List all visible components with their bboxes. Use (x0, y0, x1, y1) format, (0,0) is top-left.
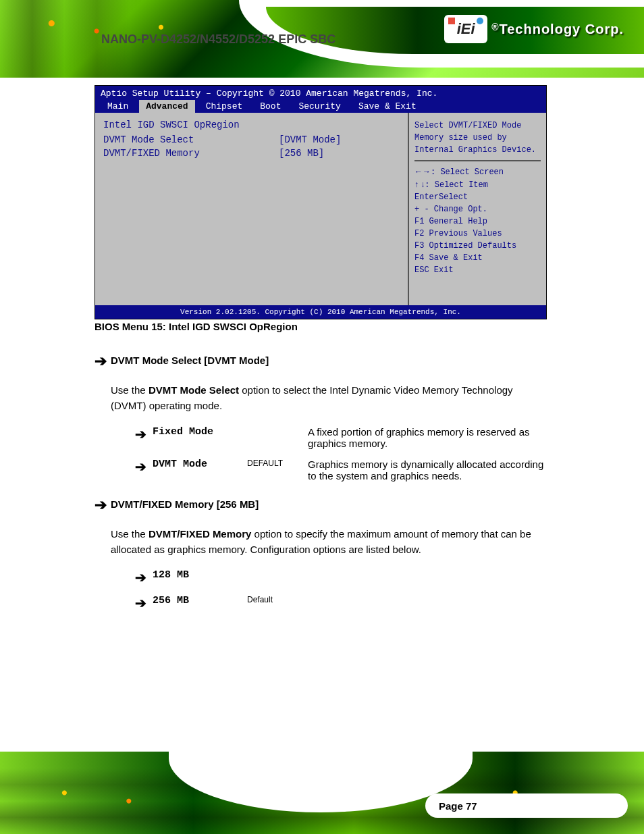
arrow-left-right-icon: ←→ (414, 167, 431, 176)
option-heading: DVMT Mode Select [DVMT Mode] (111, 353, 269, 368)
bios-setting-value: [256 MB] (279, 148, 324, 159)
arrow-up-down-icon: ↑ ↓ (414, 180, 425, 189)
bullet-arrow-icon: ➔ (135, 426, 153, 442)
legend-text: : Select Item (425, 180, 488, 190)
legend-text: F1 General Help (414, 215, 541, 228)
logo-icon: iEi (444, 15, 487, 43)
bios-setting-row[interactable]: DVMT/FIXED Memory [256 MB] (103, 148, 400, 159)
bios-section-title: Intel IGD SWSCI OpRegion (103, 120, 400, 130)
bullet-arrow-icon: ➔ (95, 496, 111, 514)
bullet-arrow-icon: ➔ (135, 595, 153, 611)
option-value-desc: Graphics memory is dynamically allocated… (308, 459, 547, 481)
legend-text: F2 Previous Values (414, 228, 541, 240)
bios-tabs: Main Advanced Chipset Boot Security Save… (101, 100, 541, 113)
logo-text: iEi (457, 20, 475, 38)
option-default-flag: Default (247, 595, 308, 604)
bios-setting-label: DVMT Mode Select (103, 134, 279, 145)
option-value-label: 256 MB (153, 595, 247, 606)
bios-tab-advanced[interactable]: Advanced (139, 100, 194, 113)
option-value-row: ➔ 128 MB (135, 569, 547, 585)
bios-title: Aptio Setup Utility – Copyright © 2010 A… (101, 88, 541, 99)
brand-area: iEi ®Technology Corp. (444, 15, 624, 43)
option-value-desc: A fixed portion of graphics memory is re… (308, 426, 547, 449)
figure-caption: BIOS Menu 15: Intel IGD SWSCI OpRegion (95, 321, 547, 332)
bios-setting-row[interactable]: DVMT Mode Select [DVMT Mode] (103, 134, 400, 145)
legend-text: F3 Optimized Defaults (414, 240, 541, 252)
bottom-pcb-banner: Page 77 (0, 752, 644, 834)
option-value-row: ➔ DVMT Mode DEFAULT Graphics memory is d… (135, 459, 547, 481)
bullet-arrow-icon: ➔ (135, 459, 153, 475)
bios-tab-save-exit[interactable]: Save & Exit (352, 100, 423, 113)
product-name: NANO-PV-D4252/N4552/D5252 EPIC SBC (101, 32, 336, 47)
bios-screenshot: Aptio Setup Utility – Copyright © 2010 A… (95, 85, 547, 319)
page-number: Page 77 (425, 793, 628, 818)
legend-text: + - Change Opt. (414, 203, 541, 215)
bios-tab-security[interactable]: Security (292, 100, 347, 113)
legend-text: : Select Screen (431, 167, 504, 177)
bios-help-panel: Select DVMT/FIXED Mode Memory size used … (408, 113, 546, 305)
bios-setting-value: [DVMT Mode] (279, 134, 341, 145)
bios-setting-label: DVMT/FIXED Memory (103, 148, 279, 159)
bios-footer: Version 2.02.1205. Copyright (C) 2010 Am… (95, 305, 546, 319)
option-value-label: DVMT Mode (153, 459, 247, 470)
bios-tab-main[interactable]: Main (101, 100, 135, 113)
option-description: Use the DVMT/FIXED Memory option to spec… (111, 526, 547, 558)
bullet-arrow-icon: ➔ (135, 569, 153, 585)
option-description: Use the DVMT Mode Select option to selec… (111, 382, 547, 414)
option-value-row: ➔ Fixed Mode A fixed portion of graphics… (135, 426, 547, 449)
top-pcb-banner: iEi ®Technology Corp. NANO-PV-D4252/N455… (0, 0, 644, 78)
option-value-label: 128 MB (153, 569, 247, 581)
legend-text: ESC Exit (414, 264, 541, 276)
bios-help-text: Select DVMT/FIXED Mode Memory size used … (414, 120, 541, 156)
bullet-arrow-icon: ➔ (95, 353, 111, 370)
legend-text: F4 Save & Exit (414, 252, 541, 264)
option-heading: DVMT/FIXED Memory [256 MB] (111, 496, 259, 512)
brand-label: ®Technology Corp. (491, 22, 624, 37)
option-value-label: Fixed Mode (153, 426, 247, 438)
bios-tab-chipset[interactable]: Chipset (199, 100, 250, 113)
option-value-row: ➔ 256 MB Default (135, 595, 547, 611)
option-default-flag: DEFAULT (247, 459, 308, 468)
legend-text: EnterSelect (414, 191, 541, 203)
bios-titlebar: Aptio Setup Utility – Copyright © 2010 A… (95, 86, 546, 113)
bios-tab-boot[interactable]: Boot (253, 100, 288, 113)
